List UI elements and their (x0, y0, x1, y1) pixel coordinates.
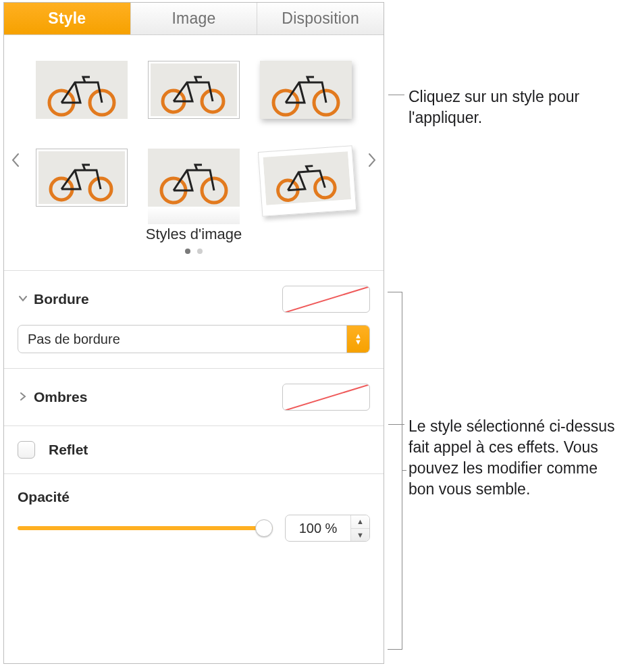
shadow-preview-swatch[interactable] (282, 384, 370, 411)
bicycle-thumbnail-icon (260, 61, 352, 119)
bicycle-thumbnail-icon (38, 151, 125, 204)
slider-track (18, 526, 273, 530)
bicycle-thumbnail-icon (148, 149, 240, 207)
style-preset-plain[interactable] (36, 61, 128, 119)
callout-styles: Cliquez sur un style pour l'appliquer. (388, 86, 618, 128)
style-preset-frame-2[interactable] (36, 149, 128, 207)
inspector-tabs: Style Image Disposition (4, 3, 384, 35)
bicycle-thumbnail-icon (36, 61, 128, 119)
chevron-left-icon (11, 153, 20, 167)
bicycle-thumbnail-icon (151, 63, 237, 116)
shadows-section: Ombres (4, 368, 384, 425)
gallery-prev-button[interactable] (4, 140, 27, 180)
border-preview-swatch[interactable] (282, 286, 370, 313)
reflection-label: Reflet (49, 442, 88, 458)
chevron-right-icon (18, 392, 28, 401)
page-dot-2[interactable] (197, 249, 203, 254)
callout-effects: Le style sélectionné ci-dessus fait appe… (388, 416, 618, 500)
gallery-page-dots (4, 244, 384, 257)
opacity-value-input[interactable] (286, 515, 350, 541)
svg-rect-0 (36, 61, 128, 119)
slider-knob[interactable] (255, 519, 273, 537)
reflection-section: Reflet (4, 425, 384, 473)
style-preset-reflection[interactable] (148, 149, 240, 207)
dropdown-arrows-icon: ▲▼ (346, 326, 369, 353)
opacity-slider[interactable] (18, 519, 273, 537)
svg-rect-15 (263, 151, 351, 205)
tab-image[interactable]: Image (131, 3, 258, 34)
page-dot-1[interactable] (185, 249, 190, 254)
opacity-label: Opacité (18, 489, 70, 505)
style-preset-frame[interactable] (148, 61, 240, 119)
svg-rect-12 (148, 149, 240, 207)
border-label: Bordure (34, 291, 89, 307)
shadows-label: Ombres (34, 389, 87, 405)
opacity-step-up[interactable]: ▲ (351, 515, 369, 529)
reflection-checkbox[interactable] (18, 441, 35, 459)
border-dropdown-value: Pas de bordure (18, 326, 346, 353)
gallery-title: Styles d'image (4, 226, 384, 243)
opacity-stepper: ▲ ▼ (285, 515, 370, 542)
border-type-dropdown[interactable]: Pas de bordure ▲▼ (18, 325, 370, 353)
format-inspector-panel: Style Image Disposition (3, 2, 384, 664)
bicycle-thumbnail-icon (263, 151, 351, 206)
opacity-section: Opacité ▲ ▼ (4, 473, 384, 557)
style-preset-shadow[interactable] (260, 61, 352, 119)
border-section: Bordure Pas de bordure ▲▼ (4, 270, 384, 368)
opacity-step-down[interactable]: ▼ (351, 529, 369, 542)
border-disclosure-toggle[interactable] (18, 292, 28, 307)
tab-style[interactable]: Style (4, 3, 131, 34)
style-preset-polaroid[interactable] (258, 145, 357, 217)
gallery-next-button[interactable] (361, 140, 384, 180)
image-styles-gallery: Styles d'image (4, 35, 384, 261)
svg-rect-6 (260, 61, 352, 119)
chevron-right-icon (367, 153, 377, 167)
chevron-down-icon (18, 294, 28, 303)
tab-disposition[interactable]: Disposition (257, 3, 384, 34)
shadows-disclosure-toggle[interactable] (18, 390, 28, 405)
